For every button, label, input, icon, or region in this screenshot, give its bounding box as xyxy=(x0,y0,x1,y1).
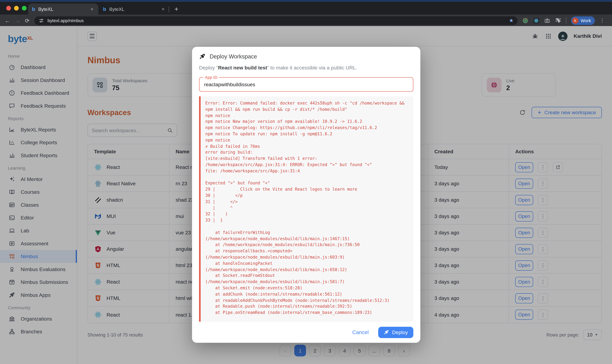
cancel-button[interactable]: Cancel xyxy=(352,329,369,335)
address-bar[interactable]: bytexl.app/nimbus ★ xyxy=(34,16,517,25)
rocket-icon xyxy=(383,329,389,335)
url-text: bytexl.app/nimbus xyxy=(47,18,506,23)
new-tab-button[interactable]: + xyxy=(172,5,181,14)
tab-title: ByteXL xyxy=(38,6,90,12)
extension-orbit-icon[interactable] xyxy=(522,17,528,24)
deploy-label: Deploy xyxy=(392,329,408,335)
app-id-field: App ID xyxy=(199,77,413,91)
screenshot-extension-icon[interactable] xyxy=(544,17,550,24)
browser-menu-icon[interactable]: ⋮ xyxy=(600,18,605,23)
window-zoom-button[interactable] xyxy=(22,6,27,10)
browser-tab-inactive[interactable]: b ByteXL ✕ xyxy=(99,4,169,15)
bytexl-favicon: b xyxy=(32,6,35,12)
react-devtools-icon[interactable] xyxy=(533,17,539,24)
site-settings-icon[interactable] xyxy=(38,17,44,24)
workspace-name: React new build test xyxy=(218,65,267,70)
browser-window: b ByteXL ✕ b ByteXL ✕ + ← → ⟳ bytexl.app… xyxy=(0,0,612,364)
tab-title: ByteXL xyxy=(109,6,161,12)
bytexl-favicon: b xyxy=(103,6,106,12)
profile-avatar: k xyxy=(572,17,578,24)
deploy-workspace-modal: Deploy Workspace Deploy "React new build… xyxy=(192,47,420,343)
browser-toolbar: ← → ⟳ bytexl.app/nimbus ★ k Work ⋮ xyxy=(0,15,612,26)
modal-footer: Cancel Deploy xyxy=(199,322,413,343)
modal-description: Deploy "React new build test" to make it… xyxy=(199,65,413,70)
tab-close-icon[interactable]: ✕ xyxy=(90,6,94,12)
browser-tab-active[interactable]: b ByteXL ✕ xyxy=(28,4,98,15)
extensions-puzzle-icon[interactable] xyxy=(555,17,561,24)
rocket-icon xyxy=(199,53,206,60)
app-id-input[interactable] xyxy=(199,81,413,87)
app-id-label: App ID xyxy=(203,75,219,79)
browser-tabstrip: b ByteXL ✕ b ByteXL ✕ + xyxy=(0,1,612,15)
back-icon[interactable]: ← xyxy=(5,17,10,24)
window-controls xyxy=(6,6,27,10)
window-close-button[interactable] xyxy=(6,6,11,10)
tab-close-icon[interactable]: ✕ xyxy=(161,6,165,12)
forward-icon[interactable]: → xyxy=(15,17,20,24)
bookmark-star-icon[interactable]: ★ xyxy=(509,18,514,23)
reload-icon[interactable]: ⟳ xyxy=(25,17,30,24)
desc-prefix: Deploy " xyxy=(199,65,218,70)
modal-title: Deploy Workspace xyxy=(210,53,257,59)
error-log-text: Error: Error: Command failed: docker exe… xyxy=(205,100,408,316)
desc-suffix: " to make it accessible via a public URL… xyxy=(267,65,357,70)
profile-label: Work xyxy=(581,18,591,23)
browser-profile-chip[interactable]: k Work xyxy=(571,16,595,25)
deploy-error-log[interactable]: Error: Error: Command failed: docker exe… xyxy=(199,96,413,322)
deploy-button[interactable]: Deploy xyxy=(378,326,413,338)
toolbar-divider xyxy=(566,17,566,24)
desktop-strip xyxy=(0,0,612,1)
tab-divider xyxy=(169,7,169,13)
window-minimize-button[interactable] xyxy=(14,6,19,10)
